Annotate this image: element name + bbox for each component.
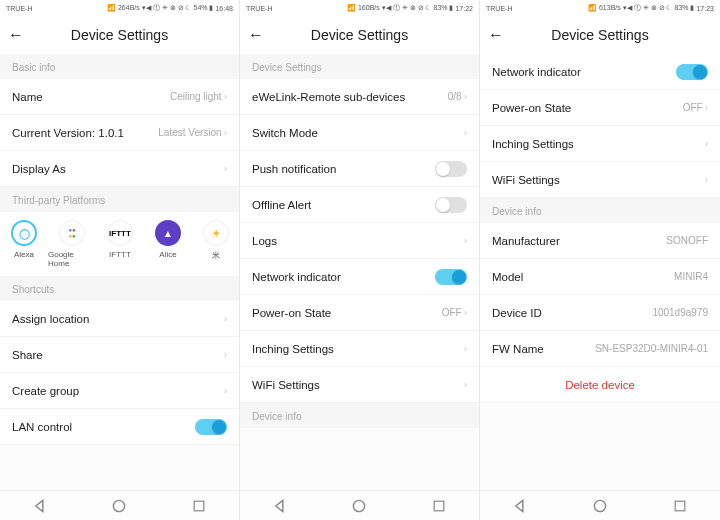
section-label: Third-party Platforms bbox=[0, 187, 239, 212]
platform-ifttt[interactable]: IFTTTIFTTT bbox=[96, 220, 144, 268]
row-current-version-1-0-1[interactable]: Current Version: 1.0.1Latest Version› bbox=[0, 115, 239, 151]
row-create-group[interactable]: Create group› bbox=[0, 373, 239, 409]
row-switch-mode[interactable]: Switch Mode› bbox=[240, 115, 479, 151]
page-title: Device Settings bbox=[248, 27, 471, 43]
row-name[interactable]: NameCeiling light› bbox=[0, 79, 239, 115]
row-inching-settings[interactable]: Inching Settings› bbox=[240, 331, 479, 367]
platform-google-home[interactable]: ●●●●Google Home bbox=[48, 220, 96, 268]
row-push-notification[interactable]: Push notification bbox=[240, 151, 479, 187]
nav-home[interactable] bbox=[591, 497, 609, 515]
section-label: Device Settings bbox=[240, 54, 479, 79]
status-bar: TRUE-H📶 613B/s▾◀ ⓕ ✳ ⊗ ⊘ ☾83% ▮17:23 bbox=[480, 0, 720, 16]
section-label: Shortcuts bbox=[0, 276, 239, 301]
row-assign-location[interactable]: Assign location› bbox=[0, 301, 239, 337]
row-inching-settings[interactable]: Inching Settings› bbox=[480, 126, 720, 162]
row-power-on-state[interactable]: Power-on StateOFF› bbox=[240, 295, 479, 331]
nav-recent[interactable] bbox=[430, 497, 448, 515]
platform-alice[interactable]: ▲Alice bbox=[144, 220, 192, 268]
section-label: Device info bbox=[480, 198, 720, 223]
row-wifi-settings[interactable]: WiFi Settings› bbox=[480, 162, 720, 198]
row-network-indicator[interactable]: Network indicator bbox=[240, 259, 479, 295]
toggle[interactable] bbox=[195, 419, 227, 435]
row-display-as[interactable]: Display As› bbox=[0, 151, 239, 187]
row-ewelink-remote-sub-devices[interactable]: eWeLink-Remote sub-devices0/8› bbox=[240, 79, 479, 115]
section-label: Basic info bbox=[0, 54, 239, 79]
row-manufacturer: ManufacturerSONOFF bbox=[480, 223, 720, 259]
toggle[interactable] bbox=[435, 161, 467, 177]
android-navbar[interactable] bbox=[480, 490, 720, 520]
row-logs[interactable]: Logs› bbox=[240, 223, 479, 259]
platform-米[interactable]: ✦米 bbox=[192, 220, 239, 268]
nav-back[interactable] bbox=[31, 497, 49, 515]
svg-point-0 bbox=[114, 500, 125, 511]
row-power-on-state[interactable]: Power-on StateOFF› bbox=[480, 90, 720, 126]
page-title: Device Settings bbox=[488, 27, 712, 43]
toggle[interactable] bbox=[435, 197, 467, 213]
android-navbar[interactable] bbox=[240, 490, 479, 520]
row-wifi-settings[interactable]: WiFi Settings› bbox=[240, 367, 479, 403]
row-lan-control[interactable]: LAN control bbox=[0, 409, 239, 445]
svg-rect-5 bbox=[675, 501, 685, 511]
row-fw-name: FW NameSN-ESP32D0-MINIR4-01 bbox=[480, 331, 720, 367]
nav-home[interactable] bbox=[350, 497, 368, 515]
row-delete-device[interactable]: Delete device bbox=[480, 367, 720, 403]
row-offline-alert[interactable]: Offline Alert bbox=[240, 187, 479, 223]
nav-recent[interactable] bbox=[190, 497, 208, 515]
toggle[interactable] bbox=[435, 269, 467, 285]
row-network-indicator[interactable]: Network indicator bbox=[480, 54, 720, 90]
nav-home[interactable] bbox=[110, 497, 128, 515]
toggle[interactable] bbox=[676, 64, 708, 80]
platforms-row[interactable]: ◯Alexa●●●●Google HomeIFTTTIFTTT▲Alice✦米 bbox=[0, 212, 239, 276]
row-model: ModelMINIR4 bbox=[480, 259, 720, 295]
svg-rect-1 bbox=[194, 501, 204, 511]
svg-rect-3 bbox=[434, 501, 444, 511]
section-label: Device info bbox=[240, 403, 479, 428]
svg-point-4 bbox=[594, 500, 605, 511]
android-navbar[interactable] bbox=[0, 490, 239, 520]
status-bar: TRUE-H📶 160B/s▾◀ ⓕ ✳ ⊗ ⊘ ☾83% ▮17:22 bbox=[240, 0, 479, 16]
svg-point-2 bbox=[354, 500, 365, 511]
row-device-id: Device ID1001d9a979 bbox=[480, 295, 720, 331]
status-bar: TRUE-H📶 264B/s▾◀ ⓕ ✳ ⊗ ⊘ ☾54% ▮16:48 bbox=[0, 0, 239, 16]
nav-back[interactable] bbox=[271, 497, 289, 515]
nav-back[interactable] bbox=[511, 497, 529, 515]
nav-recent[interactable] bbox=[671, 497, 689, 515]
platform-alexa[interactable]: ◯Alexa bbox=[0, 220, 48, 268]
page-title: Device Settings bbox=[8, 27, 231, 43]
row-share[interactable]: Share› bbox=[0, 337, 239, 373]
